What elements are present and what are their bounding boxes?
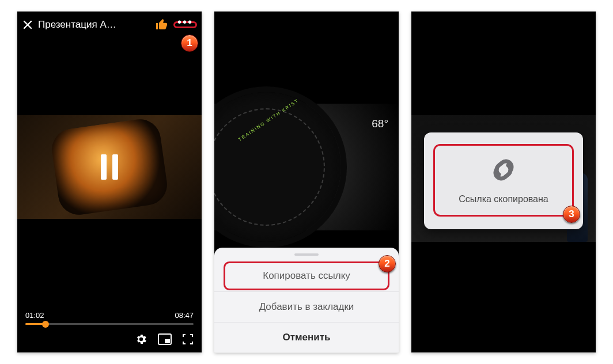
phone-screen-2: TRAINING WITH KRIST 68° Копировать ссылк… xyxy=(214,12,399,352)
thumbs-up-icon[interactable] xyxy=(155,18,169,32)
step-badge-3: 3 xyxy=(563,206,580,223)
cancel-button[interactable]: Отменить xyxy=(214,323,399,352)
phone-screen-3: Ссылка скопирована 3 xyxy=(411,12,596,352)
elapsed-time: 01:02 xyxy=(25,311,44,320)
more-button-highlight: ••• xyxy=(173,21,197,28)
total-time: 08:47 xyxy=(175,311,194,320)
step-badge-1: 1 xyxy=(181,35,198,52)
toast-text: Ссылка скопирована xyxy=(441,194,566,204)
sheet-handle[interactable] xyxy=(294,253,319,256)
toast-highlight: Ссылка скопирована 3 xyxy=(433,144,574,217)
temperature-readout: 68° xyxy=(372,117,388,130)
tutorial-board: Презентация A… ••• 1 01:02 08:47 xyxy=(0,0,613,364)
phone-screen-1: Презентация A… ••• 1 01:02 08:47 xyxy=(17,12,202,352)
close-icon[interactable] xyxy=(22,19,33,31)
video-frame-2: TRAINING WITH KRIST 68° xyxy=(214,104,399,230)
link-icon xyxy=(485,156,522,184)
video-topbar: Презентация A… ••• xyxy=(17,12,202,38)
gear-icon[interactable] xyxy=(135,333,147,346)
action-sheet: Копировать ссылку 2 Добавить в закладки … xyxy=(214,248,399,352)
copy-link-button[interactable]: Копировать ссылку xyxy=(225,263,388,289)
dial-caption: TRAINING WITH KRIST xyxy=(237,98,300,142)
watch-dial: TRAINING WITH KRIST xyxy=(214,92,341,242)
seek-bar[interactable] xyxy=(25,323,194,325)
fullscreen-icon[interactable] xyxy=(182,333,194,345)
pause-icon[interactable] xyxy=(17,115,202,219)
player-controls: 01:02 08:47 xyxy=(17,311,202,352)
copy-link-highlight: Копировать ссылку 2 xyxy=(224,261,389,290)
add-bookmark-button[interactable]: Добавить в закладки xyxy=(214,292,399,322)
toast-card: Ссылка скопирована 3 xyxy=(424,132,583,229)
video-title: Презентация A… xyxy=(38,19,150,31)
pip-icon[interactable] xyxy=(158,333,172,345)
step-badge-2: 2 xyxy=(379,255,396,272)
video-frame[interactable] xyxy=(17,115,202,219)
svg-rect-1 xyxy=(165,339,170,343)
